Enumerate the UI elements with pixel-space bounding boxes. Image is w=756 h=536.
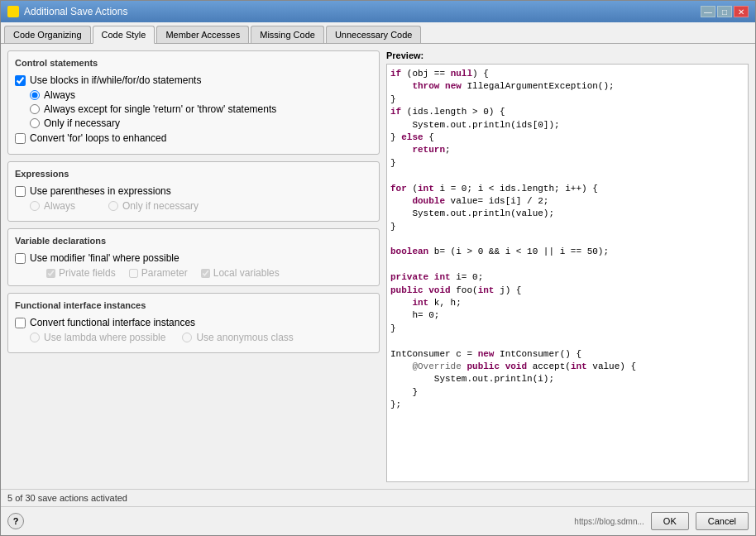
expr-radio-only-row: Only if necessary bbox=[108, 200, 199, 212]
tab-member-accesses[interactable]: Member Accesses bbox=[156, 26, 249, 43]
parameter-label: Parameter bbox=[141, 267, 188, 279]
content-area: Control statements Use blocks in if/whil… bbox=[1, 44, 755, 489]
section-control-statements: Control statements Use blocks in if/whil… bbox=[7, 50, 380, 155]
radio-only-if-necessary-row: Only if necessary bbox=[30, 117, 372, 129]
code-preview: if (obj == null) { throw new IllegalArgu… bbox=[386, 64, 749, 482]
radio-always-except-row: Always except for single 'return' or 'th… bbox=[30, 103, 372, 115]
use-blocks-checkbox[interactable] bbox=[15, 75, 26, 86]
convert-for-row: Convert 'for' loops to enhanced bbox=[15, 132, 372, 144]
help-button[interactable]: ? bbox=[7, 513, 24, 529]
tab-code-organizing[interactable]: Code Organizing bbox=[4, 26, 91, 43]
use-anon-class-label: Use anonymous class bbox=[196, 332, 293, 343]
expr-radio-only-label: Only if necessary bbox=[122, 200, 199, 212]
convert-for-checkbox[interactable] bbox=[15, 133, 26, 144]
local-variables-checkbox[interactable] bbox=[201, 269, 210, 278]
variable-declarations-title: Variable declarations bbox=[15, 236, 372, 246]
close-button[interactable]: ✕ bbox=[734, 6, 749, 17]
tabs-bar: Code Organizing Code Style Member Access… bbox=[1, 22, 755, 44]
use-anon-class-row: Use anonymous class bbox=[182, 332, 293, 343]
titlebar: Additional Save Actions — □ ✕ bbox=[1, 1, 755, 22]
radio-always[interactable] bbox=[30, 90, 40, 100]
private-fields-label: Private fields bbox=[59, 267, 116, 279]
right-panel: Preview: if (obj == null) { throw new Il… bbox=[386, 50, 749, 482]
tab-missing-code[interactable]: Missing Code bbox=[251, 26, 324, 43]
ok-button[interactable]: OK bbox=[651, 512, 689, 530]
tab-unnecessary-code[interactable]: Unnecessary Code bbox=[326, 26, 422, 43]
use-parens-label: Use parentheses in expressions bbox=[30, 185, 171, 197]
local-variables-label: Local variables bbox=[213, 267, 280, 279]
use-final-checkbox[interactable] bbox=[15, 253, 26, 264]
status-text: 5 of 30 save actions activated bbox=[7, 493, 127, 503]
use-anon-class-radio[interactable] bbox=[182, 333, 192, 342]
expr-radio-always[interactable] bbox=[30, 201, 40, 211]
convert-functional-row: Convert functional interface instances bbox=[15, 317, 372, 328]
expr-radio-always-row: Always bbox=[30, 200, 75, 212]
titlebar-title: Additional Save Actions bbox=[7, 6, 127, 17]
sub-checkboxes: Private fields Parameter Local variables bbox=[46, 267, 372, 279]
tab-code-style[interactable]: Code Style bbox=[93, 26, 156, 44]
use-lambda-row: Use lambda where possible bbox=[30, 332, 165, 343]
url-hint: https://blog.sdmn... bbox=[574, 517, 644, 526]
use-lambda-label: Use lambda where possible bbox=[44, 332, 165, 343]
radio-always-except-label: Always except for single 'return' or 'th… bbox=[44, 103, 276, 115]
convert-for-label: Convert 'for' loops to enhanced bbox=[30, 132, 166, 144]
preview-label: Preview: bbox=[386, 50, 749, 60]
radio-always-except[interactable] bbox=[30, 104, 40, 114]
local-variables-item: Local variables bbox=[201, 267, 280, 279]
window: Additional Save Actions — □ ✕ Code Organ… bbox=[0, 0, 756, 536]
parameter-checkbox[interactable] bbox=[129, 269, 138, 278]
convert-functional-label: Convert functional interface instances bbox=[30, 317, 195, 328]
section-variable-declarations: Variable declarations Use modifier 'fina… bbox=[7, 228, 380, 286]
minimize-button[interactable]: — bbox=[701, 6, 715, 17]
bottom-bar: ? https://blog.sdmn... OK Cancel bbox=[1, 506, 755, 535]
use-parens-row: Use parentheses in expressions bbox=[15, 185, 372, 197]
radio-always-row: Always bbox=[30, 89, 372, 101]
convert-functional-checkbox[interactable] bbox=[15, 318, 26, 328]
use-final-label: Use modifier 'final' where possible bbox=[30, 252, 179, 264]
left-panel: Control statements Use blocks in if/whil… bbox=[7, 50, 380, 482]
section-expressions: Expressions Use parentheses in expressio… bbox=[7, 161, 380, 222]
use-blocks-label: Use blocks in if/while/for/do statements bbox=[30, 74, 201, 86]
private-fields-checkbox[interactable] bbox=[46, 269, 55, 278]
cancel-button[interactable]: Cancel bbox=[696, 512, 749, 530]
expr-radio-only[interactable] bbox=[108, 201, 118, 211]
titlebar-controls: — □ ✕ bbox=[701, 6, 749, 17]
expr-radio-always-label: Always bbox=[44, 200, 75, 212]
window-title: Additional Save Actions bbox=[24, 6, 127, 17]
functional-radios: Use lambda where possible Use anonymous … bbox=[30, 332, 372, 346]
window-icon bbox=[7, 6, 19, 17]
use-lambda-radio[interactable] bbox=[30, 333, 40, 342]
radio-always-label: Always bbox=[44, 89, 75, 101]
private-fields-item: Private fields bbox=[46, 267, 116, 279]
expressions-title: Expressions bbox=[15, 169, 372, 179]
status-bar: 5 of 30 save actions activated bbox=[1, 489, 755, 506]
use-final-row: Use modifier 'final' where possible bbox=[15, 252, 372, 264]
use-parens-checkbox[interactable] bbox=[15, 186, 26, 197]
functional-interface-title: Functional interface instances bbox=[15, 300, 372, 310]
radio-only-if-label: Only if necessary bbox=[44, 117, 120, 129]
section-functional-interface: Functional interface instances Convert f… bbox=[7, 293, 380, 353]
maximize-button[interactable]: □ bbox=[717, 6, 732, 17]
use-blocks-row: Use blocks in if/while/for/do statements bbox=[15, 74, 372, 86]
radio-only-if-necessary[interactable] bbox=[30, 118, 40, 128]
parameter-item: Parameter bbox=[129, 267, 188, 279]
control-statements-title: Control statements bbox=[15, 58, 372, 68]
bottom-right: https://blog.sdmn... OK Cancel bbox=[574, 512, 749, 530]
